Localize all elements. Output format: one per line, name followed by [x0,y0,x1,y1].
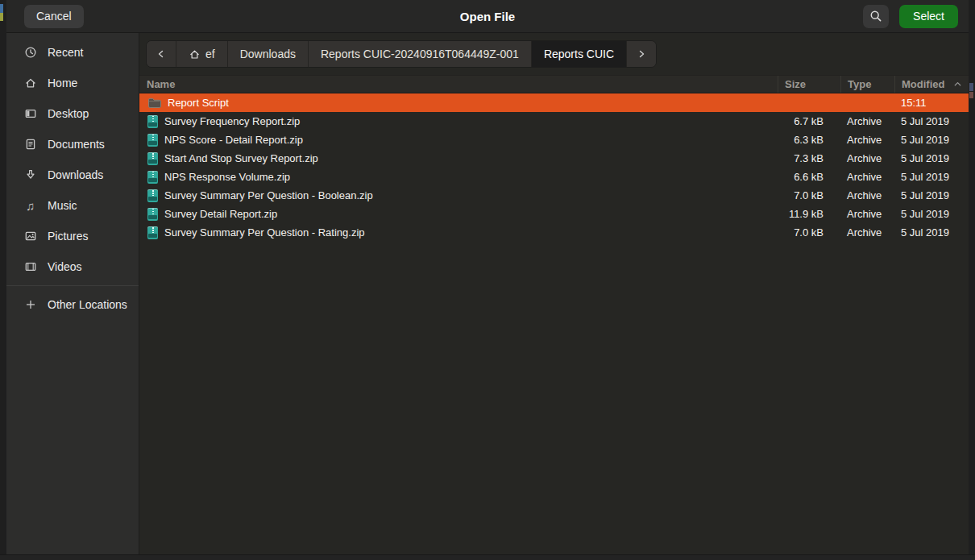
zip-archive-icon [147,171,158,184]
file-size: 6.3 kB [778,134,840,146]
home-icon [189,48,201,60]
path-back-button[interactable] [147,41,176,67]
path-segment-home[interactable]: ef [176,41,228,67]
sidebar-item-home[interactable]: Home [6,68,139,98]
zip-archive-icon [147,208,158,221]
file-name: Start And Stop Survey Report.zip [164,152,318,164]
path-segment-label: Reports CUIC-20240916T064449Z-001 [321,48,519,60]
zip-archive-icon [147,115,158,128]
sidebar-item-label: Recent [48,46,83,59]
zip-archive-icon [147,226,158,239]
column-header-modified[interactable]: Modified [894,76,969,93]
picture-icon [23,230,37,243]
zip-archive-icon [147,134,158,147]
sidebar-item-downloads[interactable]: Downloads [6,160,139,190]
plus-icon [23,298,37,312]
zip-archive-icon [147,152,158,165]
background-window-edge [969,83,973,91]
column-header-name[interactable]: Name [139,76,778,93]
file-row[interactable]: NPS Response Volume.zip 6.6 kB Archive 5… [139,168,969,186]
file-browser: ef Downloads Reports CUIC-20240916T06444… [139,33,969,554]
file-row[interactable]: Survey Summary Per Question - Rating.zip… [139,223,969,242]
file-name: Survey Summary Per Question - Boolean.zi… [164,189,373,201]
cancel-button[interactable]: Cancel [24,5,84,28]
sidebar-separator [6,285,139,286]
path-forward-button[interactable] [627,41,656,67]
file-list: Report Script 15:11 Survey Frequency Rep… [139,93,969,554]
file-type: Archive [840,226,894,239]
file-row[interactable]: Survey Detail Report.zip 11.9 kB Archive… [139,205,969,223]
clock-icon [23,46,37,60]
sidebar-item-label: Pictures [48,230,89,243]
list-column-headers: Name Size Type Modified [139,75,969,93]
pathbar: ef Downloads Reports CUIC-20240916T06444… [146,40,657,68]
sidebar-item-documents[interactable]: Documents [6,129,139,160]
background-window-bottom [0,554,975,560]
file-type: Archive [840,171,894,183]
sidebar-item-other-locations[interactable]: Other Locations [6,289,139,320]
path-segment-label: ef [205,48,215,60]
dialog-header: Open File Cancel Select [6,0,969,33]
column-header-size[interactable]: Size [778,76,840,93]
file-modified: 5 Jul 2019 [894,115,969,127]
file-size: 7.3 kB [778,152,840,164]
file-name: Survey Frequency Report.zip [164,115,300,127]
dialog-body: Recent Home Desktop Documents [6,33,969,554]
chevron-right-icon [636,48,647,60]
column-header-type[interactable]: Type [840,76,894,93]
sort-ascending-icon [952,79,963,89]
background-window-edge [0,4,3,13]
video-icon [23,260,37,274]
sidebar-item-recent[interactable]: Recent [6,37,139,68]
file-size: 11.9 kB [778,208,840,220]
file-type: Archive [840,115,894,127]
chevron-left-icon [156,48,167,60]
file-name: NPS Response Volume.zip [164,171,290,183]
file-size: 7.0 kB [778,226,840,239]
pathbar-row: ef Downloads Reports CUIC-20240916T06444… [139,33,969,68]
file-row[interactable]: NPS Score - Detail Report.zip 6.3 kB Arc… [139,131,969,149]
search-button[interactable] [863,5,889,28]
file-type: Archive [840,134,894,146]
path-segment-reports-cuic-full[interactable]: Reports CUIC-20240916T064449Z-001 [309,41,532,67]
sidebar-item-desktop[interactable]: Desktop [6,98,139,129]
search-icon [869,10,882,23]
file-modified: 15:11 [894,97,969,109]
background-window-edge [969,92,973,98]
file-row-report-script[interactable]: Report Script 15:11 [139,93,969,112]
document-icon [23,138,37,151]
file-modified: 5 Jul 2019 [894,152,969,164]
file-name: Survey Detail Report.zip [164,208,277,220]
home-icon [23,77,37,90]
sidebar-item-label: Downloads [48,168,103,181]
sidebar-item-label: Home [48,77,77,89]
open-file-dialog: Open File Cancel Select Recent Home [6,0,969,554]
sidebar-item-pictures[interactable]: Pictures [6,221,139,251]
path-segment-downloads[interactable]: Downloads [228,41,309,67]
file-name: Survey Summary Per Question - Rating.zip [164,226,365,239]
path-segment-reports-cuic[interactable]: Reports CUIC [532,41,627,67]
sidebar-item-label: Documents [48,138,105,151]
sidebar-item-label: Other Locations [48,298,127,311]
sidebar-item-label: Music [48,199,77,212]
file-type: Archive [840,189,894,201]
column-header-label: Modified [902,78,944,90]
sidebar-item-music[interactable]: ♫ Music [6,190,139,221]
file-name: Report Script [168,97,229,109]
zip-archive-icon [147,189,158,202]
file-row[interactable]: Survey Summary Per Question - Boolean.zi… [139,186,969,205]
download-icon [23,168,37,182]
select-button[interactable]: Select [899,5,958,28]
file-row[interactable]: Start And Stop Survey Report.zip 7.3 kB … [139,149,969,168]
places-sidebar: Recent Home Desktop Documents [6,33,139,554]
desktop-icon [23,107,37,121]
file-modified: 5 Jul 2019 [894,208,969,220]
sidebar-item-label: Desktop [48,107,89,120]
sidebar-item-videos[interactable]: Videos [6,251,139,282]
file-name: NPS Score - Detail Report.zip [164,134,303,146]
file-type: Archive [840,152,894,164]
background-window-edge [0,13,3,21]
music-note-icon: ♫ [23,199,37,213]
file-size: 7.0 kB [778,189,840,201]
file-row[interactable]: Survey Frequency Report.zip 6.7 kB Archi… [139,112,969,131]
